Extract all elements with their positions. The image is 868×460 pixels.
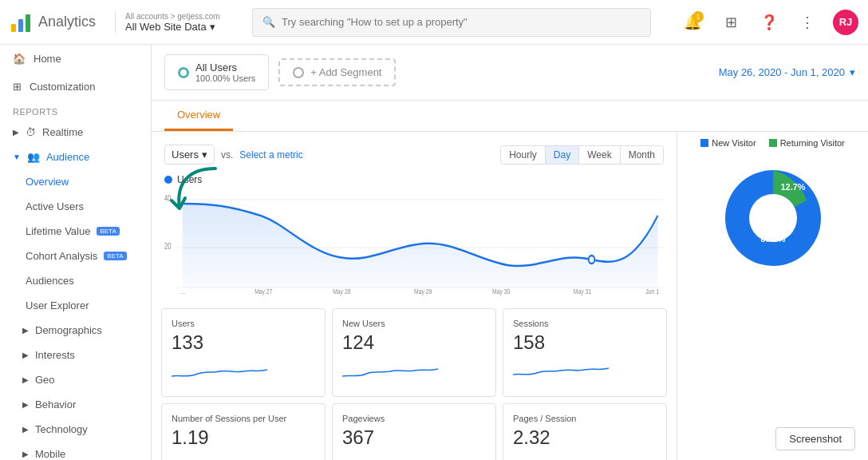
sidebar-item-active-users[interactable]: Active Users — [0, 194, 151, 219]
sidebar-group-technology[interactable]: ▶ Technology — [0, 417, 151, 442]
returning-visitor-legend: Returning Visitor — [769, 138, 845, 148]
sparkline-pages-per-session — [513, 455, 609, 460]
help-button[interactable]: ❓ — [756, 10, 782, 35]
search-bar[interactable]: 🔍 — [252, 8, 651, 37]
sidebar-item-customization[interactable]: ⊞ Customization — [0, 73, 151, 101]
segment-info: All Users 100.00% Users — [195, 61, 255, 83]
app-title: Analytics — [38, 14, 96, 30]
pie-legend: New Visitor Returning Visitor — [700, 138, 845, 148]
svg-text:May 29: May 29 — [414, 288, 432, 295]
sidebar-item-overview[interactable]: Overview — [0, 169, 151, 194]
metric-label-pageviews: Pageviews — [342, 414, 486, 423]
metric-value-sessions-per-user: 1.19 — [172, 426, 315, 449]
sidebar-item-audiences[interactable]: Audiences — [0, 268, 151, 293]
chevron-right-icon: ▶ — [13, 128, 19, 137]
sparkline-pageviews — [342, 455, 438, 460]
tab-overview[interactable]: Overview — [164, 101, 233, 131]
account-info: All accounts > getjess.com All Web Site … — [115, 12, 243, 33]
analytics-logo-icon — [10, 11, 32, 34]
returning-visitor-legend-square — [769, 139, 777, 147]
chevron-right-demographics-icon: ▶ — [22, 326, 29, 335]
more-options-button[interactable]: ⋮ — [795, 10, 820, 35]
metric-value-new-users: 124 — [342, 331, 486, 354]
add-segment-label: + Add Segment — [310, 66, 381, 78]
time-btn-month[interactable]: Month — [621, 146, 663, 164]
all-users-segment[interactable]: All Users 100.00% Users — [164, 54, 269, 90]
property-selector[interactable]: All Web Site Data ▾ — [125, 21, 243, 33]
time-btn-hourly[interactable]: Hourly — [501, 146, 546, 164]
topbar: Analytics All accounts > getjess.com All… — [0, 0, 868, 45]
metric-value-pageviews: 367 — [342, 426, 486, 449]
date-range-chevron-icon: ▾ — [850, 66, 855, 78]
search-icon: 🔍 — [262, 16, 275, 28]
sidebar-label-lifetime-value: Lifetime Value — [26, 225, 90, 237]
content-area: All Users 100.00% Users + Add Segment Ma… — [152, 45, 868, 460]
avatar[interactable]: RJ — [833, 10, 858, 35]
sidebar-item-cohort-analysis[interactable]: Cohort Analysis BETA — [0, 244, 151, 268]
users-legend-dot — [164, 176, 172, 184]
segment-add-dot — [293, 67, 304, 78]
svg-text:...: ... — [181, 288, 186, 295]
sidebar-group-audience[interactable]: ▼ 👥 Audience — [0, 145, 151, 169]
line-chart-svg: 40 20 . — [164, 192, 664, 295]
topbar-right: 🔔 1 ⊞ ❓ ⋮ RJ — [680, 10, 858, 35]
sidebar-label-geo: Geo — [35, 374, 55, 386]
users-legend-label: Users — [177, 174, 202, 185]
cohort-analysis-beta-badge: BETA — [104, 252, 126, 260]
sidebar-label-customization: Customization — [30, 81, 95, 93]
audience-icon: 👥 — [27, 151, 40, 163]
new-visitor-legend-square — [700, 139, 708, 147]
svg-text:40: 40 — [164, 194, 171, 203]
chart-and-pie: Users ▾ vs. Select a metric Hourly Day W… — [152, 132, 868, 460]
chart-legend: Users — [164, 174, 664, 185]
sidebar-label-audience: Audience — [46, 151, 89, 163]
sidebar-group-mobile[interactable]: ▶ Mobile — [0, 442, 151, 460]
segments-bar: All Users 100.00% Users + Add Segment Ma… — [152, 45, 868, 101]
line-chart-container: 40 20 . — [164, 192, 664, 295]
sidebar-item-home[interactable]: 🏠 Home — [0, 45, 151, 73]
main-layout: 🏠 Home ⊞ Customization REPORTS ▶ ⏱ Realt… — [0, 45, 868, 460]
chevron-right-geo-icon: ▶ — [22, 375, 29, 384]
sidebar-label-technology: Technology — [35, 423, 88, 435]
screenshot-button[interactable]: Screenshot — [775, 427, 855, 450]
metric-selector[interactable]: Users ▾ — [164, 145, 215, 165]
sidebar-label-overview: Overview — [26, 176, 69, 188]
metric-value-sessions: 158 — [513, 331, 657, 354]
sidebar-group-geo[interactable]: ▶ Geo — [0, 367, 151, 392]
reports-section-header: REPORTS — [0, 101, 151, 120]
metric-value-users: 133 — [172, 331, 315, 354]
sidebar-group-interests[interactable]: ▶ Interests — [0, 343, 151, 367]
select-metric-link[interactable]: Select a metric — [239, 149, 302, 161]
apps-button[interactable]: ⊞ — [718, 10, 744, 35]
new-visitor-legend-label: New Visitor — [712, 138, 756, 148]
realtime-icon: ⏱ — [26, 126, 36, 138]
sidebar-label-interests: Interests — [35, 349, 75, 361]
notification-button[interactable]: 🔔 1 — [680, 10, 705, 35]
date-range-selector[interactable]: May 26, 2020 - Jun 1, 2020 ▾ — [719, 66, 855, 78]
add-segment-chip[interactable]: + Add Segment — [278, 58, 396, 86]
notification-badge: 1 — [692, 11, 704, 22]
metric-selector-label: Users — [172, 149, 199, 161]
time-btn-week[interactable]: Week — [579, 146, 620, 164]
svg-point-8 — [589, 256, 595, 264]
metric-label-sessions-per-user: Number of Sessions per User — [172, 414, 315, 423]
metric-card-new-users: New Users 124 — [332, 308, 496, 397]
right-panel: New Visitor Returning Visitor — [677, 132, 868, 460]
svg-rect-2 — [26, 14, 30, 32]
search-input[interactable] — [282, 16, 641, 28]
sidebar-item-lifetime-value[interactable]: Lifetime Value BETA — [0, 219, 151, 244]
customization-icon: ⊞ — [13, 81, 22, 93]
sidebar-label-home: Home — [34, 53, 61, 65]
chart-section: Users ▾ vs. Select a metric Hourly Day W… — [152, 132, 677, 460]
metric-label-new-users: New Users — [342, 319, 486, 328]
vs-label: vs. — [221, 149, 233, 161]
metric-card-pages-per-session: Pages / Session 2.32 — [503, 403, 667, 460]
sparkline-users — [172, 360, 267, 384]
sidebar-item-user-explorer[interactable]: User Explorer — [0, 293, 151, 318]
time-btn-day[interactable]: Day — [546, 146, 579, 164]
sidebar-group-demographics[interactable]: ▶ Demographics — [0, 318, 151, 343]
lifetime-value-beta-badge: BETA — [97, 227, 119, 236]
svg-text:87.3%: 87.3% — [760, 234, 785, 244]
sidebar-group-realtime[interactable]: ▶ ⏱ Realtime — [0, 120, 151, 145]
sidebar-group-behavior[interactable]: ▶ Behavior — [0, 392, 151, 417]
